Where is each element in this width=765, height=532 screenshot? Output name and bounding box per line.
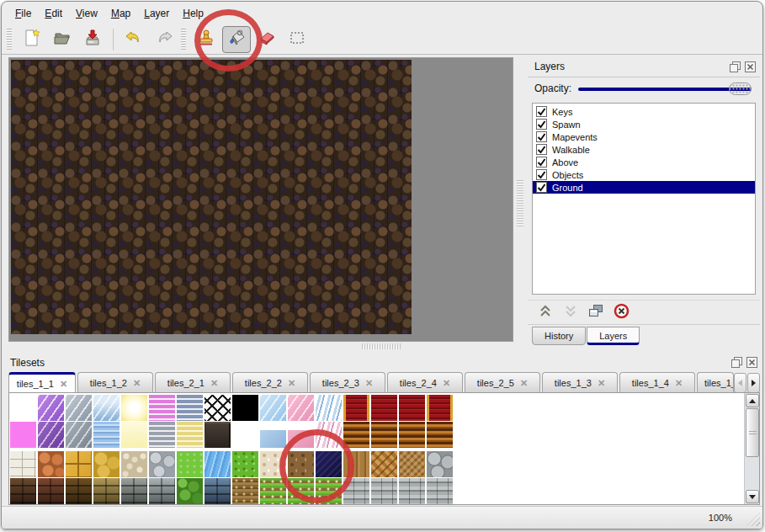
scroll-down-button[interactable]	[746, 490, 759, 503]
map-canvas[interactable]	[11, 60, 412, 334]
eraser-tool-button[interactable]	[252, 26, 281, 53]
close-tab-icon[interactable]: ✕	[675, 378, 683, 389]
fill-tool-button[interactable]	[222, 26, 251, 53]
tileset-tab-tiles_1_4[interactable]: tiles_1_4✕	[619, 372, 695, 393]
tile-planks-v[interactable]	[343, 451, 369, 477]
scrollbar-thumb[interactable]	[746, 408, 759, 457]
layer-visibility-checkbox[interactable]	[536, 119, 547, 130]
tile-grass-rows[interactable]	[316, 478, 342, 504]
tileset-tab-tiles_1_2[interactable]: tiles_1_2✕	[77, 372, 153, 393]
tile-plaque[interactable]	[205, 422, 231, 448]
tile-wall-graybrick[interactable]	[149, 478, 175, 504]
scroll-up-button[interactable]	[746, 394, 759, 407]
tile-carpet-orange[interactable]	[371, 422, 397, 448]
tile-stripes-blue[interactable]	[177, 395, 203, 421]
tile-cobble-orange[interactable]	[38, 451, 64, 477]
tile-stripes-yellow[interactable]	[177, 422, 203, 448]
tile-brick-rows[interactable]	[371, 478, 397, 504]
scroll-tabs-right-button[interactable]	[747, 373, 760, 393]
tile-stone-yellow[interactable]	[93, 451, 120, 477]
tile-carpet-orange[interactable]	[343, 422, 369, 448]
toolbar-drag-handle-2[interactable]	[181, 29, 186, 51]
move-layer-up-button[interactable]	[538, 304, 553, 322]
panel-tab-layers[interactable]: Layers	[587, 327, 640, 345]
close-tilesets-icon[interactable]	[746, 356, 757, 371]
layer-visibility-checkbox[interactable]	[536, 157, 547, 168]
tileset-tab-tiles_1_1[interactable]: tiles_1_1✕	[8, 372, 76, 393]
tile-tiles-gold[interactable]	[66, 451, 92, 477]
close-tab-icon[interactable]: ✕	[60, 379, 67, 390]
tile-water-ripple[interactable]	[93, 422, 120, 448]
menu-item-file[interactable]: File	[8, 4, 38, 23]
tileset-tab-tiles_1_[interactable]: tiles_1_	[697, 372, 734, 393]
tile-wall-blue[interactable]	[205, 478, 231, 504]
float-panel-icon[interactable]	[730, 61, 741, 76]
layer-row-walkable[interactable]: Walkable	[533, 143, 755, 156]
tile-stripes-pink[interactable]	[149, 395, 175, 421]
tile-wall-graypebble[interactable]	[121, 478, 147, 504]
tile-stones-gray[interactable]	[149, 451, 175, 477]
open-file-button[interactable]	[48, 26, 77, 53]
layer-row-above[interactable]: Above	[533, 156, 755, 168]
rect-select-tool-button[interactable]	[283, 26, 311, 53]
tile-navy[interactable]	[316, 451, 342, 477]
tile-grass-rows[interactable]	[260, 478, 286, 504]
close-tab-icon[interactable]: ✕	[210, 378, 218, 389]
scroll-tabs-left-button[interactable]	[734, 373, 746, 393]
tile-glass-pink2[interactable]	[288, 422, 314, 448]
close-tab-icon[interactable]: ✕	[365, 378, 373, 389]
layer-row-ground[interactable]: Ground	[533, 181, 755, 194]
tile-shards[interactable]	[316, 395, 342, 421]
tile-grass-rows[interactable]	[288, 478, 314, 504]
stamp-tool-button[interactable]	[192, 26, 220, 53]
opacity-slider-track[interactable]	[578, 88, 752, 91]
tile-wall-redbrown[interactable]	[38, 478, 64, 504]
layer-visibility-checkbox[interactable]	[536, 169, 547, 180]
layer-row-spawn[interactable]: Spawn	[533, 118, 755, 130]
undo-button[interactable]	[120, 26, 148, 53]
tile-glow-yellow[interactable]	[121, 395, 147, 421]
tile-brick-rows[interactable]	[343, 478, 369, 504]
toolbar-drag-handle[interactable]	[7, 29, 12, 51]
tile-herringbone[interactable]	[399, 451, 425, 477]
tile-glass-pink[interactable]	[288, 395, 314, 421]
tile-brick-rows[interactable]	[427, 478, 453, 504]
tile-lattice[interactable]	[205, 395, 231, 421]
tile-pink[interactable]	[10, 422, 36, 448]
tile-glass-gray2[interactable]	[66, 422, 92, 448]
tile-pale-yellow[interactable]	[121, 422, 147, 448]
close-tab-icon[interactable]: ✕	[598, 378, 605, 389]
tile-water-blue[interactable]	[205, 451, 231, 477]
tile-glass-ltblue2[interactable]	[260, 422, 286, 448]
tile-glass-gray[interactable]	[66, 395, 92, 421]
tile-wall-brown[interactable]	[66, 478, 92, 504]
layer-row-mapevents[interactable]: Mapevents	[533, 130, 755, 143]
tile-hedge[interactable]	[177, 478, 203, 504]
redo-button[interactable]	[150, 26, 178, 53]
close-panel-icon[interactable]	[745, 61, 756, 76]
horizontal-splitter-handle[interactable]	[362, 343, 401, 349]
tile-speckle-brown[interactable]	[288, 451, 314, 477]
tileset-tab-tiles_2_4[interactable]: tiles_2_4✕	[387, 372, 463, 393]
tileset-tab-tiles_2_3[interactable]: tiles_2_3✕	[310, 372, 385, 393]
tileset-tab-tiles_2_2[interactable]: tiles_2_2✕	[232, 372, 308, 393]
layer-row-objects[interactable]: Objects	[533, 168, 755, 181]
tileset-tab-tiles_2_1[interactable]: tiles_2_1✕	[155, 372, 231, 393]
tile-glass-blue[interactable]	[93, 395, 120, 421]
delete-layer-button[interactable]	[614, 303, 630, 322]
new-document-button[interactable]	[18, 26, 46, 53]
vertical-splitter-handle[interactable]	[517, 180, 523, 227]
tile-stone-white[interactable]	[10, 451, 36, 477]
menu-item-layer[interactable]: Layer	[137, 4, 176, 23]
tile-empty[interactable]	[232, 422, 258, 448]
tile-carpet-red[interactable]	[371, 395, 397, 421]
opacity-slider[interactable]	[578, 82, 752, 95]
tile-empty[interactable]	[10, 395, 36, 421]
layer-visibility-checkbox[interactable]	[536, 182, 547, 193]
menu-item-map[interactable]: Map	[104, 4, 137, 23]
tile-carpet-orange[interactable]	[427, 422, 453, 448]
tile-wall-darkbrown[interactable]	[10, 478, 36, 504]
tile-speckle-cream[interactable]	[260, 451, 286, 477]
layer-visibility-checkbox[interactable]	[536, 106, 547, 117]
layer-visibility-checkbox[interactable]	[536, 131, 547, 142]
